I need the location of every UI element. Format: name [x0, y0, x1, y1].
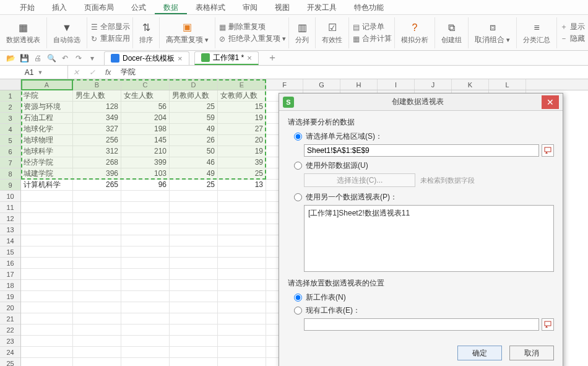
cell[interactable]: 56: [121, 102, 170, 113]
cell[interactable]: [170, 258, 218, 269]
formula-input[interactable]: 学院: [116, 67, 588, 77]
cell[interactable]: [21, 246, 73, 258]
cell[interactable]: [73, 235, 121, 246]
col-header[interactable]: I: [378, 79, 415, 90]
row-header[interactable]: 19: [0, 291, 20, 302]
group-button[interactable]: ⧉ 创建组: [435, 17, 469, 48]
row-header[interactable]: 13: [0, 224, 20, 235]
cell[interactable]: 计算机科学: [21, 180, 73, 191]
tab-insert[interactable]: 插入: [43, 0, 76, 14]
close-icon[interactable]: ×: [178, 54, 183, 63]
cell[interactable]: [21, 258, 73, 269]
cell[interactable]: [218, 325, 266, 336]
tab-developer[interactable]: 开发工具: [298, 0, 345, 14]
cell[interactable]: [121, 347, 170, 358]
cell[interactable]: [170, 291, 218, 302]
tab-data[interactable]: 数据: [155, 0, 187, 14]
cell[interactable]: [73, 224, 121, 235]
row-header[interactable]: 7: [0, 157, 20, 168]
cell[interactable]: [73, 302, 121, 313]
cell[interactable]: [73, 291, 121, 302]
cell[interactable]: [73, 202, 121, 213]
tab-tablestyle[interactable]: 表格样式: [187, 0, 234, 14]
cell[interactable]: 地球物理: [21, 135, 73, 146]
row-header[interactable]: 12: [0, 213, 20, 224]
whatif-button[interactable]: ? 模拟分析: [395, 17, 435, 48]
cell[interactable]: [170, 213, 218, 224]
row-header[interactable]: 16: [0, 258, 20, 269]
cell[interactable]: [121, 202, 170, 213]
cell[interactable]: [218, 302, 266, 313]
cell[interactable]: 49: [170, 124, 218, 135]
cell[interactable]: 城建学院: [21, 168, 73, 180]
accept-fx-icon[interactable]: ✓: [84, 68, 100, 77]
reapply-button[interactable]: ↻重新应用: [90, 33, 130, 44]
cell[interactable]: [170, 191, 218, 202]
name-box[interactable]: A1▼: [0, 66, 68, 79]
col-header[interactable]: K: [452, 79, 489, 90]
cell[interactable]: [121, 313, 170, 325]
cell[interactable]: 49: [170, 168, 218, 180]
cell[interactable]: 石油工程: [21, 113, 73, 124]
dialog-titlebar[interactable]: S 创建数据透视表 ✕: [279, 94, 563, 111]
cell[interactable]: 96: [121, 180, 170, 191]
cell[interactable]: [170, 302, 218, 313]
cell[interactable]: 经济学院: [21, 157, 73, 168]
row-header[interactable]: 4: [0, 124, 20, 135]
location-picker-button[interactable]: [542, 318, 554, 331]
row-header[interactable]: 1: [0, 90, 20, 102]
cell[interactable]: [21, 347, 73, 358]
cell[interactable]: [121, 269, 170, 280]
cell[interactable]: [21, 269, 73, 280]
cell[interactable]: [21, 358, 73, 366]
cell[interactable]: [21, 202, 73, 213]
cell[interactable]: 资源与环境: [21, 102, 73, 113]
remove-dup-button[interactable]: ▦删除重复项: [218, 22, 286, 32]
cell[interactable]: 39: [218, 157, 266, 168]
fx-button[interactable]: fx: [100, 68, 116, 77]
ungroup-button[interactable]: ⧈ 取消组合 ▾: [469, 17, 517, 48]
cell[interactable]: 女教师人数: [218, 90, 266, 102]
cell[interactable]: [170, 269, 218, 280]
subtotal-button[interactable]: ≡ 分类汇总: [517, 17, 557, 48]
cell[interactable]: 25: [218, 168, 266, 180]
ok-button[interactable]: 确定: [457, 346, 502, 360]
cell[interactable]: 268: [73, 157, 121, 168]
cell[interactable]: 男生人数: [73, 90, 121, 102]
cell[interactable]: [218, 291, 266, 302]
col-header[interactable]: G: [303, 79, 340, 90]
cell[interactable]: [218, 358, 266, 366]
col-header[interactable]: E: [218, 79, 266, 90]
row-header[interactable]: 23: [0, 336, 20, 347]
cell[interactable]: [218, 269, 266, 280]
cell[interactable]: [21, 191, 73, 202]
col-header[interactable]: D: [170, 79, 218, 90]
cell[interactable]: 145: [121, 135, 170, 146]
cell[interactable]: [121, 213, 170, 224]
cell[interactable]: [170, 325, 218, 336]
col-header[interactable]: C: [121, 79, 170, 90]
cell[interactable]: 20: [218, 135, 266, 146]
cell[interactable]: 59: [170, 113, 218, 124]
consolidate-button[interactable]: ▦合并计算: [352, 33, 392, 44]
location-input[interactable]: [304, 318, 539, 331]
cell[interactable]: [73, 280, 121, 291]
cell[interactable]: [170, 280, 218, 291]
cell[interactable]: [218, 235, 266, 246]
preview-icon[interactable]: 🔍: [45, 51, 58, 65]
doc-tab-docer[interactable]: Docer-在线模板 ×: [104, 51, 189, 65]
cell[interactable]: 128: [73, 102, 121, 113]
print-icon[interactable]: 🖨: [31, 51, 45, 65]
close-icon[interactable]: ×: [247, 53, 252, 63]
pivot-button[interactable]: ▦ 数据透视表: [0, 17, 47, 48]
cell[interactable]: [73, 358, 121, 366]
cell[interactable]: [218, 213, 266, 224]
reject-dup-button[interactable]: ⊘拒绝录入重复项 ▾: [218, 33, 286, 44]
cell[interactable]: [21, 291, 73, 302]
undo-icon[interactable]: ↶: [58, 51, 72, 65]
cell[interactable]: [218, 258, 266, 269]
tab-formula[interactable]: 公式: [123, 0, 155, 14]
cell[interactable]: [73, 325, 121, 336]
cell[interactable]: 103: [121, 168, 170, 180]
cell[interactable]: 13: [218, 180, 266, 191]
